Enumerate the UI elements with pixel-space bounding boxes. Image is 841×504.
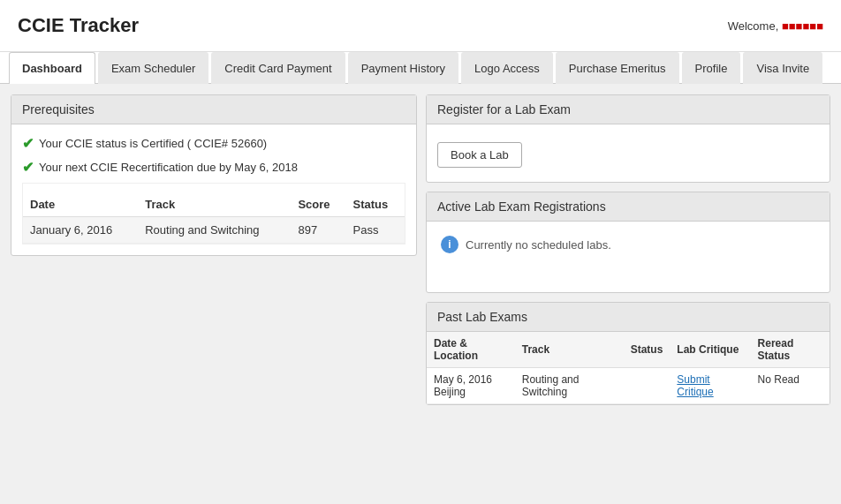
prereq-item-1: ✔ Your CCIE status is Certified ( CCIE# …	[22, 135, 405, 152]
tab-exam-scheduler[interactable]: Exam Scheduler	[98, 52, 208, 84]
past-col-reread-status: Reread Status	[751, 332, 830, 368]
header: CCIE Tracker Welcome, ■■■■■■	[0, 0, 841, 52]
col-status: Status	[346, 192, 405, 217]
past-cell-date-location: May 6, 2016Beijing	[427, 368, 515, 404]
prerequisites-title: Prerequisites	[11, 95, 416, 124]
nav-tabs: Dashboard Exam Scheduler Credit Card Pay…	[0, 52, 841, 84]
past-col-lab-critique: Lab Critique	[670, 332, 750, 368]
exam-history-scroll[interactable]: Date Track Score Status January 6, 2016 …	[22, 183, 405, 244]
tab-logo-access[interactable]: Logo Access	[461, 52, 553, 84]
prerequisites-body: ✔ Your CCIE status is Certified ( CCIE# …	[11, 124, 416, 255]
submit-critique-link[interactable]: Submit Critique	[677, 373, 713, 398]
past-lab-section: Past Lab Exams Date & Location Track Sta…	[426, 302, 830, 405]
past-lab-table: Date & Location Track Status Lab Critiqu…	[427, 332, 830, 404]
prereq-item-2: ✔ Your next CCIE Recertification due by …	[22, 159, 405, 176]
welcome-label: Welcome,	[728, 19, 779, 33]
cell-score: 897	[291, 217, 345, 244]
main-content: Prerequisites ✔ Your CCIE status is Cert…	[0, 84, 841, 416]
table-row: May 6, 2016Beijing Routing and Switching…	[427, 368, 830, 404]
checkmark-icon-1: ✔	[22, 135, 34, 152]
active-lab-title: Active Lab Exam Registrations	[427, 192, 830, 222]
col-score: Score	[291, 192, 345, 217]
tab-purchase-emeritus[interactable]: Purchase Emeritus	[556, 52, 679, 84]
past-col-status: Status	[624, 332, 671, 368]
book-lab-button[interactable]: Book a Lab	[437, 142, 522, 168]
register-lab-body: Book a Lab	[427, 124, 830, 182]
col-track: Track	[138, 192, 291, 217]
checkmark-icon-2: ✔	[22, 159, 34, 176]
cell-date: January 6, 2016	[23, 217, 138, 244]
tab-dashboard[interactable]: Dashboard	[9, 52, 95, 84]
tab-visa-invite[interactable]: Visa Invite	[743, 52, 822, 84]
prereq-text-2: Your next CCIE Recertification due by Ma…	[39, 161, 298, 174]
no-labs-text: Currently no scheduled labs.	[466, 238, 611, 252]
active-lab-section: Active Lab Exam Registrations i Currentl…	[426, 192, 830, 293]
tab-profile[interactable]: Profile	[682, 52, 741, 84]
prerequisites-section: Prerequisites ✔ Your CCIE status is Cert…	[11, 94, 417, 256]
past-cell-lab-critique[interactable]: Submit Critique	[670, 368, 750, 404]
prereq-text-1: Your CCIE status is Certified ( CCIE# 52…	[39, 137, 267, 150]
welcome-message: Welcome, ■■■■■■	[728, 19, 823, 33]
table-row: January 6, 2016 Routing and Switching 89…	[23, 217, 405, 244]
tab-credit-card-payment[interactable]: Credit Card Payment	[211, 52, 345, 84]
past-cell-track: Routing and Switching	[515, 368, 624, 404]
app-title: CCIE Tracker	[18, 14, 139, 37]
past-lab-body: Date & Location Track Status Lab Critiqu…	[427, 332, 830, 404]
active-lab-body: i Currently no scheduled labs.	[427, 222, 830, 292]
cell-track: Routing and Switching	[138, 217, 291, 244]
no-labs-message: i Currently no scheduled labs.	[437, 229, 819, 260]
register-lab-title: Register for a Lab Exam	[427, 95, 830, 124]
register-lab-section: Register for a Lab Exam Book a Lab	[426, 94, 830, 183]
username: ■■■■■■	[782, 19, 823, 33]
tab-payment-history[interactable]: Payment History	[348, 52, 458, 84]
past-lab-title: Past Lab Exams	[427, 303, 830, 332]
past-cell-reread-status: No Read	[751, 368, 830, 404]
cell-status: Pass	[346, 217, 405, 244]
col-date: Date	[23, 192, 138, 217]
exam-history-table: Date Track Score Status January 6, 2016 …	[23, 192, 405, 244]
right-panel: Register for a Lab Exam Book a Lab Activ…	[426, 94, 830, 405]
past-cell-status	[624, 368, 671, 404]
info-icon: i	[441, 236, 458, 253]
past-col-track: Track	[515, 332, 624, 368]
past-col-date-location: Date & Location	[427, 332, 515, 368]
left-panel: Prerequisites ✔ Your CCIE status is Cert…	[11, 94, 417, 405]
